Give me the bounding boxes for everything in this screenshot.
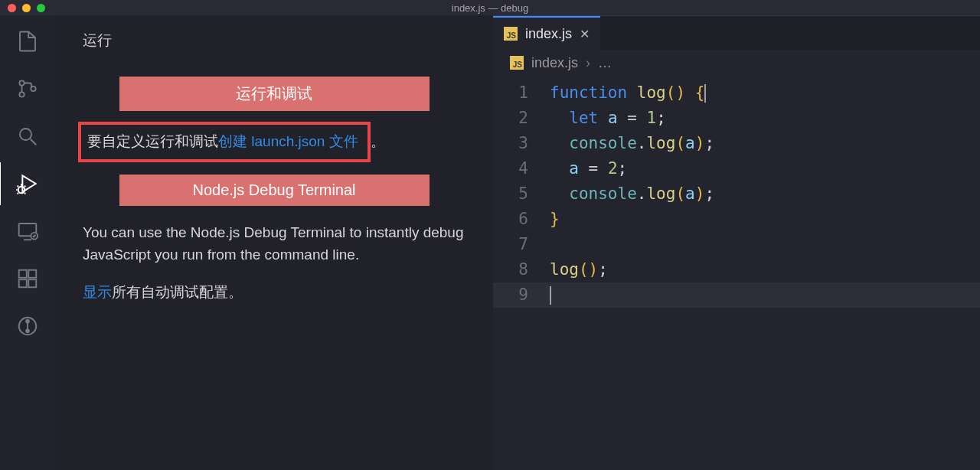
explorer-icon[interactable] [15, 29, 40, 54]
launch-json-highlight: 要自定义运行和调试创建 launch.json 文件 [78, 122, 371, 162]
breadcrumb-dots: … [598, 55, 612, 71]
activity-bar [0, 15, 55, 470]
code-content[interactable]: let a = 1; [550, 106, 666, 131]
search-icon[interactable] [15, 124, 40, 149]
customize-prefix: 要自定义运行和调试 [87, 133, 218, 149]
minimize-window-icon[interactable] [22, 4, 31, 12]
code-line[interactable]: 4 a = 2; [493, 156, 980, 181]
line-number: 7 [493, 232, 550, 257]
tab-index-js[interactable]: JS index.js ✕ [493, 16, 600, 50]
code-content[interactable]: console.log(a); [550, 131, 714, 156]
editor-tabs: JS index.js ✕ [493, 16, 980, 50]
code-line[interactable]: 9 [493, 282, 980, 308]
code-line[interactable]: 1function log() { [493, 80, 980, 106]
svg-point-4 [18, 187, 25, 194]
editor-area: JS index.js ✕ JS index.js › … 1function … [493, 15, 980, 470]
sidebar-title: 运行 [83, 31, 466, 51]
source-control-icon[interactable] [15, 77, 40, 101]
remote-icon[interactable] [15, 219, 40, 243]
line-number: 8 [493, 257, 550, 282]
terminal-description: You can use the Node.js Debug Terminal t… [83, 221, 466, 266]
breadcrumb-file: index.js [531, 55, 578, 71]
svg-point-3 [20, 129, 31, 140]
customize-suffix: 。 [371, 133, 385, 149]
chevron-right-icon: › [586, 55, 590, 71]
line-number: 2 [493, 106, 550, 131]
maximize-window-icon[interactable] [37, 4, 45, 12]
window-title: index.js — debug [452, 2, 528, 14]
run-debug-icon[interactable] [15, 171, 40, 196]
main-area: 运行 运行和调试 要自定义运行和调试创建 launch.json 文件 。 No… [0, 15, 980, 470]
code-line[interactable]: 2 let a = 1; [493, 106, 980, 131]
code-content[interactable]: function log() { [550, 80, 706, 106]
svg-point-12 [26, 320, 29, 323]
run-sidebar: 运行 运行和调试 要自定义运行和调试创建 launch.json 文件 。 No… [55, 15, 493, 470]
node-debug-terminal-button[interactable]: Node.js Debug Terminal [119, 175, 430, 206]
line-number: 1 [493, 80, 550, 106]
run-and-debug-button[interactable]: 运行和调试 [119, 77, 430, 111]
code-line[interactable]: 8log(); [493, 257, 980, 282]
mac-traffic-lights [0, 4, 45, 12]
svg-point-2 [31, 86, 35, 91]
line-number: 6 [493, 207, 550, 232]
line-number: 4 [493, 156, 550, 181]
tab-filename: index.js [525, 26, 572, 42]
code-content[interactable] [550, 282, 551, 308]
code-editor[interactable]: 1function log() {2 let a = 1;3 console.l… [493, 76, 980, 470]
js-file-icon: JS [504, 27, 518, 41]
customize-help-text: 要自定义运行和调试创建 launch.json 文件 。 [83, 122, 466, 162]
code-line[interactable]: 7 [493, 232, 980, 257]
breadcrumb[interactable]: JS index.js › … [493, 50, 980, 76]
svg-point-1 [19, 92, 24, 96]
line-number: 3 [493, 131, 550, 156]
titlebar: index.js — debug [0, 0, 980, 15]
svg-point-0 [19, 80, 24, 85]
code-content[interactable]: a = 2; [550, 156, 627, 181]
svg-rect-9 [28, 279, 36, 287]
line-number: 9 [493, 282, 550, 308]
code-line[interactable]: 6} [493, 207, 980, 232]
close-window-icon[interactable] [8, 4, 16, 12]
show-config-line: 显示所有自动调试配置。 [83, 282, 466, 302]
create-launch-json-link[interactable]: 创建 launch.json 文件 [218, 133, 358, 149]
code-content[interactable]: log(); [550, 257, 608, 282]
js-file-icon: JS [510, 56, 524, 70]
line-number: 5 [493, 181, 550, 207]
svg-rect-10 [28, 270, 36, 278]
code-line[interactable]: 5 console.log(a); [493, 181, 980, 207]
code-content[interactable]: console.log(a); [550, 181, 714, 207]
code-line[interactable]: 3 console.log(a); [493, 131, 980, 156]
svg-rect-7 [19, 270, 27, 278]
git-graph-icon[interactable] [15, 314, 40, 338]
show-suffix: 所有自动调试配置。 [112, 284, 243, 300]
code-content[interactable]: } [550, 207, 560, 232]
extensions-icon[interactable] [15, 266, 40, 291]
close-icon[interactable]: ✕ [580, 27, 590, 41]
svg-point-13 [26, 329, 29, 332]
show-link[interactable]: 显示 [83, 284, 112, 300]
svg-rect-8 [19, 279, 27, 287]
